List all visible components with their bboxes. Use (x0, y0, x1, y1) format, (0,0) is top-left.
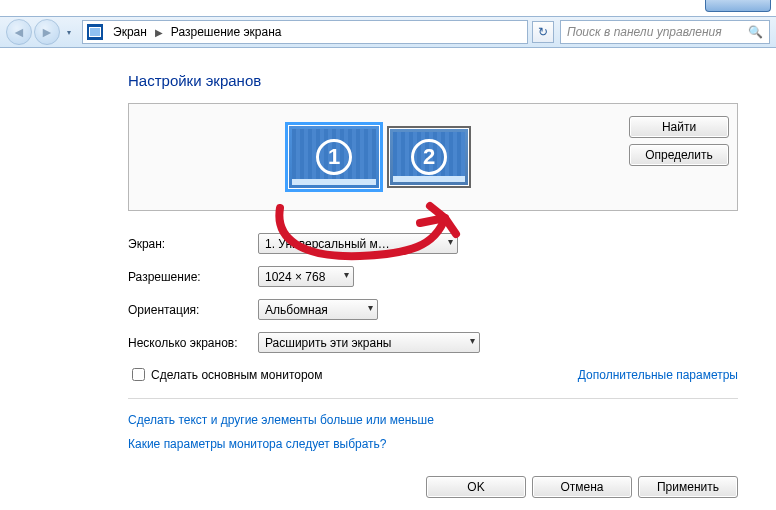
advanced-settings-link[interactable]: Дополнительные параметры (578, 368, 738, 382)
primary-monitor-checkbox[interactable] (132, 368, 145, 381)
text-size-link[interactable]: Сделать текст и другие элементы больше и… (128, 413, 738, 427)
which-settings-link[interactable]: Какие параметры монитора следует выбрать… (128, 437, 738, 451)
orientation-select-value: Альбомная (265, 303, 328, 317)
arrow-left-icon: ◄ (12, 24, 26, 40)
screen-label: Экран: (128, 237, 258, 251)
monitor-number-badge: 2 (411, 139, 447, 175)
multi-display-select-value: Расширить эти экраны (265, 336, 391, 350)
preview-side-buttons: Найти Определить (619, 112, 729, 202)
orientation-select[interactable]: Альбомная (258, 299, 378, 320)
settings-form: Экран: 1. Универсальный м… Разрешение: 1… (128, 233, 738, 451)
monitor-taskbar (292, 179, 376, 185)
display-preview-box: 1 2 Найти Определить (128, 103, 738, 211)
titlebar-button-fragment (705, 0, 771, 12)
cancel-button[interactable]: Отмена (532, 476, 632, 498)
dialog-button-bar: OK Отмена Применить (426, 476, 738, 498)
back-button[interactable]: ◄ (6, 19, 32, 45)
multi-display-select[interactable]: Расширить эти экраны (258, 332, 480, 353)
resolution-select-value: 1024 × 768 (265, 270, 325, 284)
monitor-2[interactable]: 2 (387, 126, 471, 188)
orientation-label: Ориентация: (128, 303, 258, 317)
nav-history-dropdown[interactable]: ▾ (62, 22, 76, 42)
arrow-right-icon: ► (40, 24, 54, 40)
screen-select-value: 1. Универсальный м… (265, 237, 390, 251)
search-icon: 🔍 (748, 25, 763, 39)
refresh-icon: ↻ (538, 25, 548, 39)
breadcrumb-level-2[interactable]: Разрешение экрана (167, 25, 286, 39)
search-placeholder: Поиск в панели управления (567, 25, 722, 39)
resolution-select[interactable]: 1024 × 768 (258, 266, 354, 287)
identify-button[interactable]: Определить (629, 144, 729, 166)
page-title: Настройки экранов (128, 72, 738, 89)
content-pane: Настройки экранов 1 2 Найти Определить Э… (0, 48, 776, 510)
monitor-1[interactable]: 1 (285, 122, 383, 192)
ok-button[interactable]: OK (426, 476, 526, 498)
forward-button[interactable]: ► (34, 19, 60, 45)
monitor-arrangement-area[interactable]: 1 2 (137, 112, 619, 202)
explorer-nav-bar: ◄ ► ▾ Экран ▶ Разрешение экрана ↻ Поиск … (0, 16, 776, 48)
search-input[interactable]: Поиск в панели управления 🔍 (560, 20, 770, 44)
screen-select[interactable]: 1. Универсальный м… (258, 233, 458, 254)
multi-display-label: Несколько экранов: (128, 336, 258, 350)
primary-monitor-checkbox-label: Сделать основным монитором (151, 368, 323, 382)
monitor-number-badge: 1 (316, 139, 352, 175)
display-cpl-icon (87, 24, 103, 40)
refresh-button[interactable]: ↻ (532, 21, 554, 43)
chevron-right-icon[interactable]: ▶ (151, 27, 167, 38)
address-bar[interactable]: Экран ▶ Разрешение экрана (82, 20, 528, 44)
apply-button[interactable]: Применить (638, 476, 738, 498)
breadcrumb-level-1[interactable]: Экран (109, 25, 151, 39)
find-button[interactable]: Найти (629, 116, 729, 138)
separator (128, 398, 738, 399)
resolution-label: Разрешение: (128, 270, 258, 284)
monitor-taskbar (393, 176, 465, 182)
